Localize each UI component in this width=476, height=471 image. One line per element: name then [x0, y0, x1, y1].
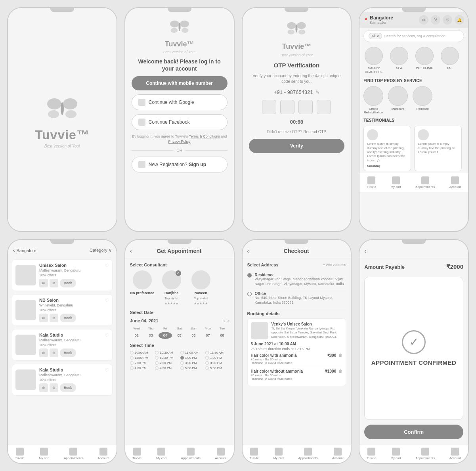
- salon-book-btn-1[interactable]: Book: [60, 279, 76, 287]
- date-next-button[interactable]: ›: [227, 318, 229, 324]
- salon-action-2b[interactable]: ⊕: [50, 314, 58, 322]
- consultant-naveen[interactable]: Naveen Top stylist ★★★★★: [189, 270, 213, 305]
- time-530pm[interactable]: 5:30 PM: [205, 366, 229, 370]
- time-1100am[interactable]: 11:00 AM: [180, 351, 204, 354]
- fav-icon-2[interactable]: ♡: [105, 298, 109, 303]
- signup-button[interactable]: New Registration? Sign up: [132, 157, 227, 172]
- fav-icon-1[interactable]: ♡: [105, 263, 109, 268]
- confirm-back-button[interactable]: ‹: [364, 248, 366, 254]
- conf-nav-account[interactable]: Account: [449, 448, 461, 460]
- time-100pm[interactable]: 1:00 PM: [180, 356, 204, 360]
- pro-pedicure[interactable]: Pedicure: [413, 86, 432, 114]
- time-1130am[interactable]: 11:30 AM: [205, 351, 229, 354]
- pro-manicure[interactable]: Manicure: [388, 86, 408, 114]
- salon-action-1a[interactable]: ⊕: [39, 279, 48, 287]
- cal-date-02[interactable]: 02: [130, 332, 143, 339]
- terms-link[interactable]: Terms & Conditions: [189, 134, 220, 138]
- appt-nav-tuvvie[interactable]: Tuvvie: [132, 448, 141, 460]
- otp-box-3[interactable]: [298, 100, 313, 114]
- cat-nav-account[interactable]: Account: [98, 448, 109, 460]
- otp-box-4[interactable]: [317, 100, 331, 114]
- co-nav-account[interactable]: Account: [332, 448, 344, 460]
- salon-action-4a[interactable]: ⊕: [39, 383, 48, 392]
- co-nav-tuvvie[interactable]: Tuvvie: [250, 448, 259, 460]
- conf-nav-appointments[interactable]: Appointments: [415, 448, 435, 460]
- delete-service-2-icon[interactable]: 🗑: [338, 369, 342, 373]
- verify-button[interactable]: Verify: [249, 139, 345, 153]
- add-address-button[interactable]: + Add Address: [323, 263, 346, 267]
- appt-nav-appointments[interactable]: Appointments: [181, 448, 201, 460]
- nav-account[interactable]: Account: [449, 176, 461, 189]
- appt-nav-account[interactable]: Account: [215, 448, 226, 460]
- fav-icon-3[interactable]: ♡: [105, 333, 109, 338]
- back-to-bangalore[interactable]: < Bangalore: [13, 248, 36, 253]
- facebook-login-button[interactable]: Continue Facebook: [132, 114, 227, 130]
- otp-box-2[interactable]: [280, 100, 294, 114]
- cal-date-05[interactable]: 05: [173, 332, 186, 339]
- pro-stroke[interactable]: StrokeRehabilitation: [363, 86, 383, 114]
- salon-book-btn-3[interactable]: Book: [60, 348, 76, 357]
- address-office[interactable]: Office No. 640, Near Stone Building, TK …: [247, 289, 346, 308]
- discount-icon[interactable]: %: [431, 15, 440, 25]
- time-200pm[interactable]: 2:00 PM: [130, 361, 153, 365]
- fav-icon-4[interactable]: ♡: [105, 368, 109, 373]
- category-item-petclinic[interactable]: PET CLINIC: [414, 47, 435, 74]
- date-prev-button[interactable]: ‹: [224, 318, 225, 324]
- time-500pm[interactable]: 5:00 PM: [180, 366, 204, 370]
- time-330pm[interactable]: 3:30 PM: [205, 361, 229, 365]
- salon-action-4b[interactable]: ⊕: [50, 383, 58, 392]
- appointment-back-button[interactable]: ‹: [130, 248, 132, 254]
- search-bar[interactable]: All ∨ Search for services, org & consult…: [363, 30, 464, 42]
- checkout-back-button[interactable]: ‹: [247, 248, 249, 254]
- time-1000am[interactable]: 10:00 AM: [130, 351, 153, 354]
- cal-date-04[interactable]: 04: [159, 332, 172, 339]
- co-nav-cart[interactable]: My cart: [273, 448, 284, 460]
- salon-book-btn-4[interactable]: Book: [60, 383, 76, 392]
- time-130pm[interactable]: 1:30 PM: [205, 356, 229, 360]
- category-item-salon[interactable]: SALON/BEAUTY P...: [363, 47, 384, 74]
- time-1030am[interactable]: 10:30 AM: [155, 351, 178, 354]
- salon-action-1b[interactable]: ⊕: [50, 279, 58, 287]
- time-430pm[interactable]: 4:30 PM: [155, 366, 178, 370]
- co-nav-appointments[interactable]: Appointments: [298, 448, 317, 460]
- nav-cart[interactable]: My cart: [390, 176, 401, 189]
- salon-action-3b[interactable]: ⊕: [50, 348, 58, 357]
- consultant-ranjitha[interactable]: ✓ Ranjitha Top stylist ★★★★★: [159, 270, 184, 305]
- mobile-login-button[interactable]: Continue with mobile number: [132, 76, 227, 90]
- appt-nav-cart[interactable]: My cart: [156, 448, 166, 460]
- category-item-ta[interactable]: TA...: [440, 47, 460, 74]
- category-item-spa[interactable]: SPA: [389, 47, 409, 74]
- cat-nav-tuvvie[interactable]: Tuvvie: [15, 448, 24, 460]
- salon-action-2a[interactable]: ⊕: [39, 314, 48, 322]
- conf-nav-cart[interactable]: My cart: [390, 448, 401, 460]
- otp-box-1[interactable]: [262, 100, 276, 114]
- settings-icon[interactable]: ⚙: [419, 15, 428, 25]
- cat-nav-appointments[interactable]: Appointments: [64, 448, 83, 460]
- heart-icon[interactable]: ♡: [443, 15, 452, 25]
- conf-nav-tuvvie[interactable]: Tuvvie: [367, 448, 376, 460]
- search-all-filter[interactable]: All ∨: [369, 33, 382, 39]
- google-login-button[interactable]: Continue with Google: [132, 94, 227, 110]
- time-300pm[interactable]: 3:00 PM: [180, 361, 204, 365]
- cal-date-07[interactable]: 07: [201, 332, 215, 339]
- time-230pm[interactable]: 2:30 PM: [155, 361, 178, 365]
- privacy-link[interactable]: Privacy Policy: [168, 140, 191, 144]
- confirm-button[interactable]: Confirm: [364, 425, 463, 439]
- time-1230pm[interactable]: 12:30 PM: [155, 356, 178, 360]
- nav-appointments[interactable]: Appointments: [415, 176, 435, 189]
- delete-service-1-icon[interactable]: 🗑: [338, 353, 342, 358]
- resend-otp-link[interactable]: Resend OTP: [303, 130, 326, 134]
- notification-icon[interactable]: 🔔: [455, 15, 464, 25]
- cal-date-06[interactable]: 06: [187, 332, 201, 339]
- cal-date-08[interactable]: 08: [216, 332, 229, 339]
- category-filter[interactable]: Category ∨: [90, 248, 112, 253]
- time-1200pm[interactable]: 12:00 PM: [130, 356, 153, 360]
- salon-book-btn-2[interactable]: Book: [60, 314, 76, 322]
- cal-date-03[interactable]: 03: [144, 332, 158, 339]
- address-residence[interactable]: Residence Vijayanagar 2nd Stage, Mancheg…: [247, 270, 346, 289]
- salon-action-3a[interactable]: ⊕: [39, 348, 48, 357]
- time-400pm[interactable]: 4:00 PM: [130, 366, 153, 370]
- consultant-no-pref[interactable]: No preference: [130, 270, 155, 305]
- edit-phone-button[interactable]: ✎: [315, 90, 319, 95]
- cat-nav-cart[interactable]: My cart: [39, 448, 49, 460]
